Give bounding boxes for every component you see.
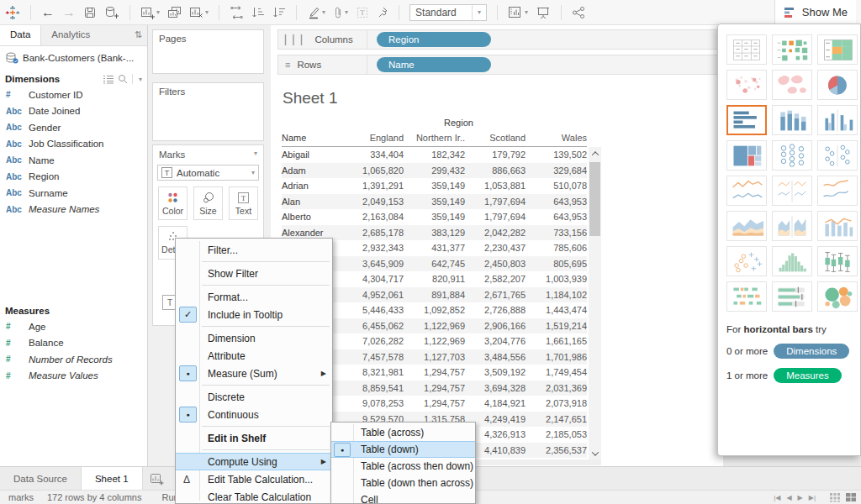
field-item-measure-names[interactable]: AbcMeasure Names: [0, 202, 147, 218]
caret-down-icon[interactable]: ▾: [254, 150, 257, 160]
field-item-age[interactable]: #Age: [0, 318, 147, 335]
column-header[interactable]: Wales: [526, 133, 587, 146]
new-worksheet-button[interactable]: ▾: [140, 6, 160, 19]
field-item-date-joined[interactable]: AbcDate Joined: [0, 103, 147, 120]
tab-data[interactable]: Data: [0, 25, 41, 45]
caret-down-icon[interactable]: ▾: [322, 8, 325, 16]
redo-button[interactable]: →: [62, 5, 76, 20]
pane-swap-icon[interactable]: ⇅: [129, 25, 147, 45]
showme-pie-chart-thumbnail[interactable]: [817, 70, 858, 100]
menu-item-continuous[interactable]: ●Continuous: [176, 406, 332, 423]
showme-horizontal-bars-thumbnail[interactable]: [726, 105, 767, 135]
share-button[interactable]: [572, 6, 585, 19]
table-row[interactable]: Adrian1,391,291359,1491,053,881510,078: [282, 178, 587, 194]
mark-type-dropdown[interactable]: T Automatic ▾: [157, 165, 259, 181]
text-button[interactable]: T Text: [229, 186, 258, 220]
new-data-source-button[interactable]: [104, 6, 119, 19]
table-row[interactable]: Adam1,065,820299,432886,663329,684: [282, 163, 587, 179]
pill-name[interactable]: Name: [377, 57, 491, 72]
vertical-scrollbar[interactable]: [589, 147, 601, 459]
show-me-button[interactable]: Show Me: [774, 0, 856, 25]
menu-item-show-filter[interactable]: Show Filter: [176, 265, 332, 282]
menu-item-compute-using[interactable]: Compute Using▶: [176, 453, 332, 470]
column-header[interactable]: Name: [282, 133, 330, 146]
caret-down-icon[interactable]: ▾: [205, 8, 209, 16]
table-row[interactable]: Alan2,049,153359,1491,797,694643,953: [282, 194, 587, 210]
tab-sheet1[interactable]: Sheet 1: [82, 467, 143, 490]
new-worksheet-tab-button[interactable]: [143, 467, 171, 490]
caret-down-icon[interactable]: ▾: [345, 8, 348, 16]
highlight-pen-button[interactable]: ▾: [307, 6, 325, 19]
size-button[interactable]: Size: [193, 186, 223, 220]
prev-page-button[interactable]: ◀: [786, 494, 791, 501]
field-item-surname[interactable]: AbcSurname: [0, 185, 147, 202]
field-item-balance[interactable]: #Balance: [0, 335, 147, 352]
field-item-measure-values[interactable]: #Measure Values: [0, 368, 147, 385]
field-item-gender[interactable]: AbcGender: [0, 119, 147, 136]
rows-shelf[interactable]: ≡Rows Name: [277, 55, 718, 75]
column-header[interactable]: Northern Ir..: [404, 133, 465, 146]
caret-down-icon[interactable]: ▾: [139, 76, 142, 83]
menu-item-edit-table-calculation[interactable]: ΔEdit Table Calculation...: [176, 470, 332, 488]
showme-lines-discrete-thumbnail[interactable]: [772, 176, 812, 206]
menu-item-format[interactable]: Format...: [176, 288, 332, 306]
pin-button[interactable]: [377, 6, 388, 19]
tile-view-icon[interactable]: [845, 492, 857, 502]
filters-shelf[interactable]: Filters: [152, 82, 264, 141]
field-item-job-classification[interactable]: AbcJob Classification: [0, 136, 147, 153]
color-button[interactable]: Color: [158, 186, 188, 220]
showme-filled-map-thumbnail[interactable]: [772, 70, 812, 100]
search-icon[interactable]: [118, 74, 128, 84]
show-hide-cards-button[interactable]: ▾: [508, 6, 528, 18]
datasource-item[interactable]: Bank-Customers (Bank-...: [0, 46, 147, 70]
showme-box-and-whisker-thumbnail[interactable]: [817, 246, 858, 276]
sort-descending-button[interactable]: [272, 6, 286, 19]
menu-item-measure-sum[interactable]: ●Measure (Sum)▶: [176, 365, 332, 382]
undo-button[interactable]: ←: [41, 5, 55, 20]
next-page-button[interactable]: ▶: [798, 494, 803, 501]
showme-side-by-side-circles-thumbnail[interactable]: [817, 140, 858, 171]
last-page-button[interactable]: ▶|: [809, 494, 816, 501]
table-row[interactable]: Abigail334,404182,342179,792139,502: [282, 147, 587, 163]
showme-area-discrete-thumbnail[interactable]: [772, 211, 812, 241]
column-field-header[interactable]: Region: [330, 118, 587, 133]
showme-histogram-thumbnail[interactable]: [772, 246, 812, 276]
field-item-number-of-records[interactable]: #Number of Records: [0, 351, 147, 368]
submenu-item-table-across[interactable]: Table (across): [331, 424, 475, 441]
paperclip-button[interactable]: ▾: [333, 6, 348, 19]
scroll-up-button[interactable]: [589, 147, 601, 160]
showme-heat-map-thumbnail[interactable]: [817, 34, 858, 65]
menu-item-dimension[interactable]: Dimension: [176, 329, 332, 347]
menu-item-attribute[interactable]: Attribute: [176, 347, 332, 365]
showme-side-by-side-bars-thumbnail[interactable]: [817, 105, 858, 135]
filmstrip-view-icon[interactable]: [829, 492, 841, 502]
first-page-button[interactable]: |◀: [774, 494, 780, 501]
showme-dual-combination-thumbnail[interactable]: [817, 211, 858, 241]
save-button[interactable]: [83, 6, 97, 19]
scroll-down-button[interactable]: [589, 447, 601, 459]
field-item-customer-id[interactable]: #Customer ID: [0, 87, 147, 103]
clear-sheet-button[interactable]: ▾: [189, 6, 209, 19]
swap-rows-columns-button[interactable]: [230, 6, 244, 19]
showme-treemap-thumbnail[interactable]: [726, 140, 767, 171]
showme-circle-views-thumbnail[interactable]: [772, 140, 812, 171]
tab-analytics[interactable]: Analytics: [41, 25, 100, 45]
submenu-item-cell[interactable]: Cell: [331, 491, 475, 504]
column-header[interactable]: Scotland: [465, 133, 526, 146]
tab-data-source[interactable]: Data Source: [0, 467, 82, 490]
columns-shelf[interactable]: ▏▏▏Columns Region: [277, 29, 718, 50]
view-list-icon[interactable]: [103, 75, 114, 84]
submenu-item-table-across-then-down[interactable]: Table (across then down): [331, 458, 475, 475]
text-label-button[interactable]: T: [356, 6, 369, 19]
field-item-name[interactable]: AbcName: [0, 152, 147, 169]
showme-text-table-thumbnail[interactable]: [726, 34, 767, 65]
menu-item-include-in-tooltip[interactable]: ✓Include in Tooltip: [176, 306, 332, 323]
duplicate-sheet-button[interactable]: [167, 6, 182, 19]
pages-shelf[interactable]: Pages: [152, 29, 264, 74]
fit-selector[interactable]: Standard ▾: [409, 4, 487, 21]
showme-symbol-map-thumbnail[interactable]: [726, 70, 767, 100]
showme-packed-bubbles-thumbnail[interactable]: [817, 281, 858, 312]
submenu-item-table-down-then-across[interactable]: Table (down then across): [331, 475, 475, 491]
showme-area-continuous-thumbnail[interactable]: [726, 211, 767, 241]
submenu-item-table-down[interactable]: ●Table (down): [331, 441, 475, 458]
